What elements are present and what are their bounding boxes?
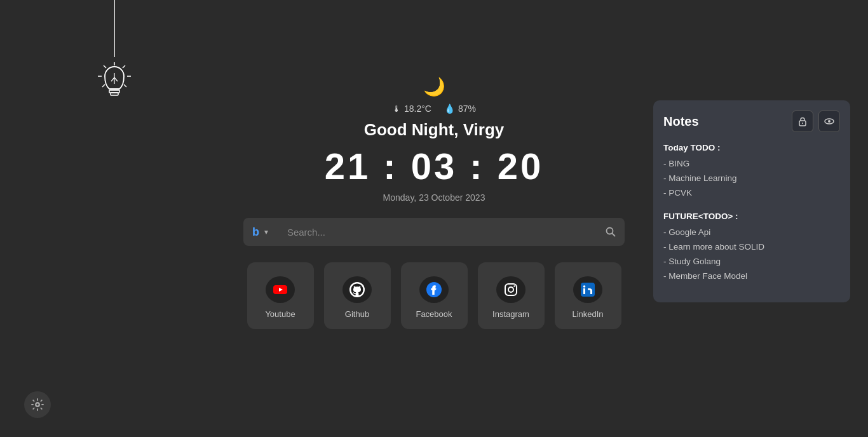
svg-line-3 (111, 77, 114, 81)
moon-icon: 🌙 (423, 76, 445, 97)
settings-button[interactable] (24, 391, 51, 418)
svg-point-19 (508, 287, 513, 292)
github-icon-wrap (342, 276, 372, 303)
search-container: b ▼ (243, 218, 625, 246)
notes-lock-button[interactable] (792, 111, 813, 132)
svg-line-11 (102, 84, 105, 87)
notes-content: Today TODO : - BING - Machine Learning -… (663, 141, 840, 283)
search-input[interactable] (278, 218, 597, 246)
weather-row: 🌡 18.2°C 💧 87% (392, 104, 476, 114)
svg-point-25 (802, 123, 803, 124)
notes-eye-button[interactable] (818, 111, 840, 132)
temperature-value: 18.2°C (404, 104, 431, 114)
shortcut-github[interactable]: Github (324, 262, 391, 329)
today-todo-title: Today TODO : (663, 141, 840, 156)
svg-point-29 (36, 403, 39, 407)
bulb-wire (114, 0, 115, 57)
main-center: 🌙 🌡 18.2°C 💧 87% Good Night, Virgy 21 : … (243, 76, 625, 329)
bulb-decoration (92, 0, 137, 102)
search-engine-button[interactable]: b ▼ (243, 218, 278, 246)
shortcut-linkedin[interactable]: LinkedIn (555, 262, 621, 329)
youtube-icon-wrap (266, 276, 295, 303)
greeting-text: Good Night, Virgy (364, 120, 505, 140)
svg-point-20 (513, 285, 515, 286)
github-icon (349, 281, 365, 298)
notes-header: Notes (663, 111, 840, 132)
shortcuts-row: Youtube Github Facebook (247, 262, 621, 329)
youtube-icon (272, 281, 288, 298)
date-display: Monday, 23 October 2023 (383, 192, 485, 203)
svg-line-8 (104, 65, 106, 68)
shortcut-instagram[interactable]: Instagram (478, 262, 545, 329)
svg-point-27 (828, 120, 831, 123)
thermometer-icon: 🌡 (392, 104, 401, 114)
svg-point-23 (583, 285, 586, 288)
shortcut-youtube[interactable]: Youtube (247, 262, 314, 329)
clock-display: 21 : 03 : 20 (325, 145, 544, 187)
humidity-value: 87% (458, 104, 476, 114)
bulb-icon (92, 57, 137, 102)
bing-logo: b (252, 225, 259, 239)
svg-line-13 (613, 234, 615, 236)
linkedin-icon-wrap (573, 276, 602, 303)
notes-buttons (792, 111, 840, 132)
temperature-display: 🌡 18.2°C (392, 104, 431, 114)
humidity-display: 💧 87% (444, 104, 476, 114)
future-item-3: - Study Golang (663, 255, 840, 269)
today-item-1: - BING (663, 157, 840, 171)
svg-rect-1 (111, 93, 118, 95)
facebook-icon-wrap (419, 276, 449, 303)
youtube-label: Youtube (265, 309, 295, 319)
instagram-label: Instagram (492, 309, 529, 319)
droplet-icon: 💧 (444, 104, 455, 114)
search-icon (606, 227, 616, 237)
instagram-icon-wrap (496, 276, 526, 303)
svg-line-10 (124, 84, 126, 87)
linkedin-label: LinkedIn (572, 309, 603, 319)
github-label: Github (345, 309, 369, 319)
instagram-icon (503, 281, 519, 298)
svg-line-6 (123, 65, 125, 68)
gear-icon (31, 398, 44, 411)
eye-icon (824, 116, 834, 126)
today-item-3: - PCVK (663, 186, 840, 201)
facebook-label: Facebook (416, 309, 452, 319)
future-item-4: - Member Face Model (663, 269, 840, 284)
notes-title: Notes (663, 114, 699, 129)
notes-panel: Notes Today TODO : - BING - Machine Lear… (653, 100, 850, 302)
search-button[interactable] (597, 218, 625, 246)
future-item-2: - Learn more about SOLID (663, 240, 840, 255)
svg-rect-22 (583, 288, 585, 294)
today-todo-list: Today TODO : - BING - Machine Learning -… (663, 141, 840, 201)
svg-line-4 (114, 77, 118, 81)
linkedin-icon (580, 281, 596, 298)
future-todo-list: FUTURE<TODO> : - Google Api - Learn more… (663, 210, 840, 284)
shortcut-facebook[interactable]: Facebook (401, 262, 468, 329)
lock-icon (797, 116, 808, 126)
future-item-1: - Google Api (663, 225, 840, 240)
chevron-down-icon: ▼ (263, 229, 269, 236)
facebook-icon (426, 281, 442, 298)
future-todo-title: FUTURE<TODO> : (663, 210, 840, 224)
today-item-2: - Machine Learning (663, 171, 840, 186)
